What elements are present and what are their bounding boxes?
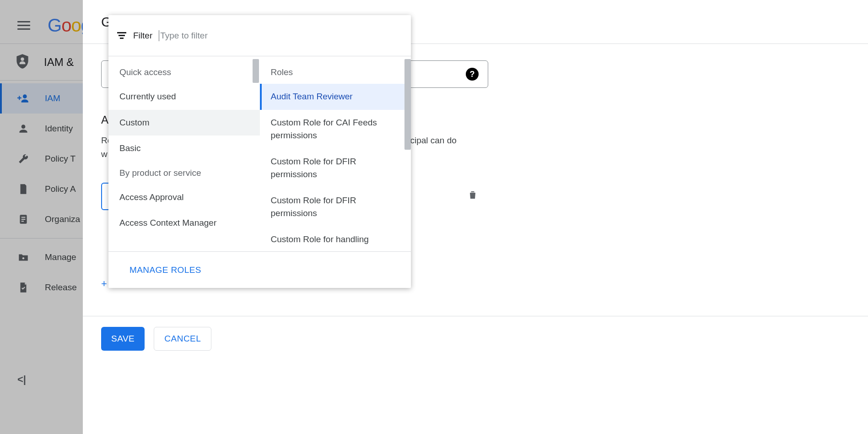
category-basic[interactable]: Basic (108, 136, 260, 162)
dropdown-footer: MANAGE ROLES (108, 251, 411, 288)
cancel-button[interactable]: CANCEL (154, 327, 211, 351)
category-access-context-manager[interactable]: Access Context Manager (108, 210, 260, 236)
dropdown-roles-column: Roles Audit Team Reviewer Custom Role fo… (260, 56, 411, 251)
role-option[interactable]: Custom Role for CAI Feeds permissions (260, 110, 411, 149)
role-option[interactable]: Custom Role for DFIR permissions (260, 149, 411, 188)
role-option[interactable]: Custom Role for DFIR permissions (260, 188, 411, 227)
save-button[interactable]: SAVE (101, 327, 145, 351)
help-icon[interactable]: ? (466, 68, 479, 81)
category-custom[interactable]: Custom (108, 110, 260, 136)
dropdown-filter-bar: Filter (108, 15, 411, 56)
manage-roles-link[interactable]: MANAGE ROLES (129, 265, 201, 275)
role-option[interactable]: Audit Team Reviewer (260, 84, 411, 110)
delete-icon[interactable] (467, 190, 478, 203)
filter-label: Filter (133, 31, 152, 41)
category-currently-used[interactable]: Currently used (108, 84, 260, 110)
plus-icon: + (101, 278, 107, 290)
divider (83, 316, 868, 316)
filter-icon (117, 32, 127, 39)
modal-backdrop (0, 0, 83, 434)
role-option[interactable]: Custom Role for handling (260, 227, 411, 252)
category-access-approval[interactable]: Access Approval (108, 184, 260, 211)
quick-access-header: Quick access (108, 56, 260, 84)
dropdown-categories-column: Quick access Currently used Custom Basic… (108, 56, 260, 251)
scrollbar-thumb[interactable] (253, 59, 259, 83)
scrollbar-thumb[interactable] (404, 59, 411, 150)
by-product-header: By product or service (108, 162, 260, 184)
roles-header: Roles (260, 56, 411, 84)
filter-input[interactable] (159, 30, 403, 41)
role-picker-dropdown: Filter Quick access Currently used Custo… (108, 15, 411, 288)
